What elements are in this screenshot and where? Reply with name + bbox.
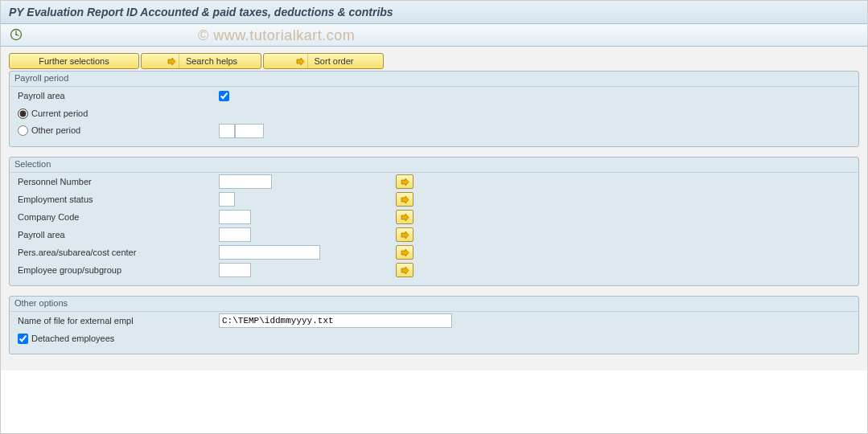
- employment-status-label: Employment status: [18, 194, 219, 204]
- detached-checkbox[interactable]: [18, 334, 28, 344]
- search-helps-button[interactable]: Search helps: [141, 53, 261, 69]
- arrow-right-icon: [165, 54, 179, 68]
- group-title: Selection: [10, 158, 858, 173]
- multiple-selection-button[interactable]: [396, 245, 413, 260]
- other-period-radio[interactable]: [18, 125, 28, 136]
- other-period-radio-label[interactable]: Other period: [18, 125, 80, 136]
- multiple-selection-button[interactable]: [396, 227, 413, 242]
- pers-area-input[interactable]: [219, 245, 320, 260]
- payroll-area-sel-input[interactable]: [219, 227, 251, 242]
- detached-text: Detached employees: [31, 334, 114, 343]
- employee-group-label: Employee group/subgroup: [18, 265, 219, 275]
- page-title: PY Evaluation Report ID Accounted & paid…: [9, 6, 859, 18]
- execute-icon[interactable]: [9, 27, 23, 42]
- file-name-input[interactable]: [219, 313, 452, 328]
- content-area: Further selections Search helps Sort ord…: [1, 47, 867, 371]
- personnel-number-label: Personnel Number: [18, 177, 219, 186]
- payroll-period-group: Payroll period Payroll area Current peri…: [9, 71, 859, 147]
- multiple-selection-button[interactable]: [396, 192, 413, 207]
- multiple-selection-button[interactable]: [396, 263, 413, 277]
- search-helps-label: Search helps: [186, 56, 237, 66]
- other-period-text: Other period: [31, 125, 80, 135]
- sort-order-label: Sort order: [315, 56, 354, 66]
- group-title: Other options: [10, 297, 858, 312]
- selection-group: Selection Personnel Number Employment st…: [9, 157, 859, 286]
- multiple-selection-button[interactable]: [396, 174, 413, 189]
- file-name-row: Name of file for external empl: [10, 312, 858, 330]
- svg-point-3: [15, 34, 17, 35]
- file-name-label: Name of file for external empl: [18, 316, 219, 326]
- personnel-number-input[interactable]: [219, 174, 272, 189]
- payroll-area-row: Payroll area: [10, 87, 858, 104]
- employment-status-input[interactable]: [219, 192, 235, 207]
- company-code-row: Company Code: [10, 208, 858, 226]
- pers-area-row: Pers.area/subarea/cost center: [10, 244, 858, 261]
- app-toolbar: [1, 24, 867, 47]
- company-code-label: Company Code: [18, 212, 219, 222]
- payroll-area-checkbox[interactable]: [219, 91, 229, 101]
- sort-order-button[interactable]: Sort order: [263, 53, 384, 69]
- current-period-radio[interactable]: [18, 108, 28, 119]
- other-options-group: Other options Name of file for external …: [9, 296, 859, 354]
- detached-checkbox-label[interactable]: Detached employees: [18, 334, 114, 344]
- employee-group-input[interactable]: [219, 263, 251, 277]
- payroll-area-label: Payroll area: [18, 91, 219, 100]
- payroll-area-sel-row: Payroll area: [10, 226, 858, 244]
- detached-row: Detached employees: [10, 330, 858, 347]
- other-period-input-2[interactable]: [235, 124, 264, 138]
- selection-button-row: Further selections Search helps Sort ord…: [9, 53, 859, 69]
- current-period-row: Current period: [10, 104, 858, 122]
- multiple-selection-button[interactable]: [396, 210, 413, 224]
- further-selections-label: Further selections: [39, 56, 109, 66]
- payroll-area-sel-label: Payroll area: [18, 230, 219, 240]
- personnel-number-row: Personnel Number: [10, 173, 858, 190]
- company-code-input[interactable]: [219, 210, 251, 224]
- group-title: Payroll period: [10, 72, 858, 87]
- title-bar: PY Evaluation Report ID Accounted & paid…: [1, 1, 867, 24]
- other-period-row: Other period: [10, 122, 858, 140]
- arrow-right-icon: [294, 54, 308, 68]
- current-period-radio-label[interactable]: Current period: [18, 108, 88, 119]
- pers-area-label: Pers.area/subarea/cost center: [18, 248, 219, 257]
- other-period-input-1[interactable]: [219, 124, 235, 138]
- current-period-text: Current period: [31, 108, 88, 118]
- further-selections-button[interactable]: Further selections: [9, 53, 139, 69]
- employment-status-row: Employment status: [10, 190, 858, 208]
- employee-group-row: Employee group/subgroup: [10, 261, 858, 279]
